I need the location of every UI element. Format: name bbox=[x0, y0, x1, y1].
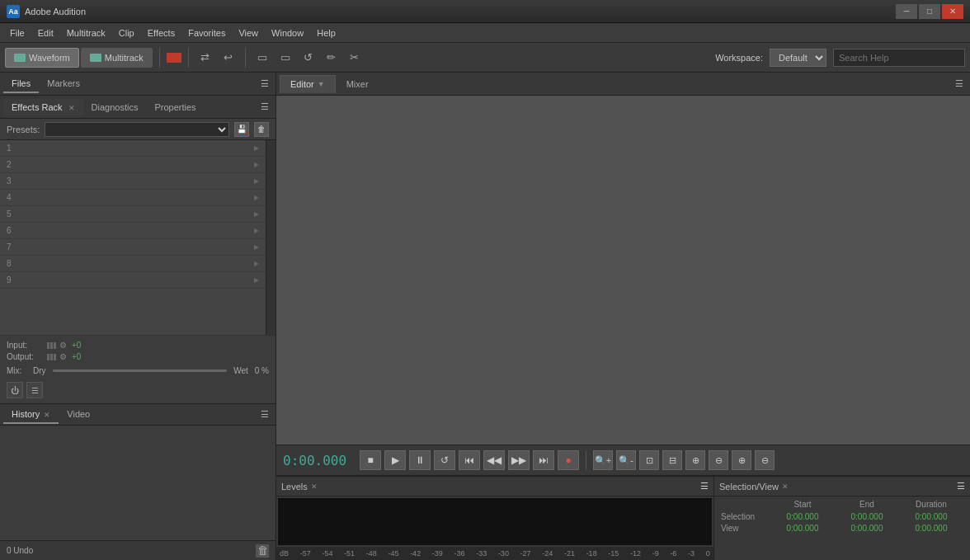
input-settings-icon[interactable]: ⚙ bbox=[59, 341, 67, 350]
history-content bbox=[0, 426, 275, 540]
toolbar-sep-2 bbox=[188, 48, 189, 68]
selection-close[interactable]: ✕ bbox=[782, 482, 789, 491]
markers-tab[interactable]: Markers bbox=[39, 75, 88, 93]
editor-panel-menu[interactable]: ☰ bbox=[952, 77, 967, 92]
presets-save-btn[interactable]: 💾 bbox=[234, 122, 249, 137]
panel-menu-btn[interactable]: ☰ bbox=[257, 77, 272, 92]
menu-multitrack[interactable]: Multitrack bbox=[60, 26, 112, 40]
presets-select[interactable] bbox=[45, 122, 229, 137]
zoom-in-v-btn[interactable]: ⊕ bbox=[685, 450, 705, 470]
diagnostics-tab[interactable]: Diagnostics bbox=[83, 99, 147, 115]
output-settings-icon[interactable]: ⚙ bbox=[59, 352, 67, 361]
scale--6: -6 bbox=[670, 549, 676, 558]
power-btn[interactable]: ⏻ bbox=[7, 382, 23, 398]
tool-btn-3[interactable]: ▭ bbox=[252, 48, 272, 68]
sel-end-view[interactable]: 0:00.000 bbox=[835, 524, 899, 533]
menu-edit[interactable]: Edit bbox=[31, 26, 60, 40]
zoom-sel-btn[interactable]: ⊟ bbox=[662, 450, 682, 470]
to-end-btn[interactable]: ⏭ bbox=[533, 450, 554, 470]
scale--24: -24 bbox=[542, 549, 553, 558]
undo-count: 0 Undo bbox=[7, 546, 33, 555]
menu-clip[interactable]: Clip bbox=[112, 26, 141, 40]
minimize-button[interactable]: ─ bbox=[896, 4, 917, 19]
scale--18: -18 bbox=[586, 549, 597, 558]
pause-btn[interactable]: ⏸ bbox=[409, 450, 431, 470]
zoom-out-v-btn[interactable]: ⊖ bbox=[709, 450, 728, 470]
menu-effects[interactable]: Effects bbox=[141, 26, 181, 40]
history-tab[interactable]: History ✕ bbox=[3, 406, 59, 424]
sel-start-selection[interactable]: 0:00.000 bbox=[770, 512, 835, 521]
levels-panel: Levels ✕ ☰ dB -57 -54 -51 -48 -45 -42 -3… bbox=[276, 477, 714, 560]
maximize-button[interactable]: □ bbox=[919, 4, 940, 19]
right-panel: Editor ▼ Mixer ☰ 0:00.000 ■ ▶ ⏸ ↺ ⏮ ◀◀ ▶… bbox=[276, 73, 970, 560]
tool-btn-4[interactable]: ▭ bbox=[275, 48, 295, 68]
scale--27: -27 bbox=[520, 549, 531, 558]
zoom-out-btn[interactable]: 🔍- bbox=[616, 450, 636, 470]
effect-row-2: 2 ▶ bbox=[0, 157, 266, 173]
zoom-full-btn[interactable]: ⊡ bbox=[639, 450, 659, 470]
menu-help[interactable]: Help bbox=[310, 26, 342, 40]
multitrack-tab[interactable]: Multitrack bbox=[81, 48, 153, 68]
to-start-btn[interactable]: ⏮ bbox=[459, 450, 480, 470]
effect-row-4: 4 ▶ bbox=[0, 190, 266, 206]
scale--15: -15 bbox=[608, 549, 619, 558]
menu-window[interactable]: Window bbox=[265, 26, 310, 40]
history-panel-menu[interactable]: ☰ bbox=[257, 407, 272, 422]
fast-fwd-btn[interactable]: ▶▶ bbox=[508, 450, 530, 470]
selection-panel: Selection/View ✕ ☰ Start End Duration Se… bbox=[714, 477, 970, 560]
output-bars bbox=[47, 354, 56, 360]
editor-tab[interactable]: Editor ▼ bbox=[280, 75, 336, 93]
rewind-btn[interactable]: ◀◀ bbox=[483, 450, 505, 470]
tool-btn-7[interactable]: ✂ bbox=[345, 48, 365, 68]
effects-rack-tab[interactable]: Effects Rack ✕ bbox=[3, 99, 83, 115]
properties-tab[interactable]: Properties bbox=[146, 99, 204, 115]
files-tab[interactable]: Files bbox=[3, 75, 39, 93]
record-btn[interactable]: ● bbox=[558, 450, 579, 470]
video-tab[interactable]: Video bbox=[59, 406, 98, 424]
sel-view-row: View 0:00.000 0:00.000 0:00.000 bbox=[721, 524, 963, 533]
stop-btn[interactable]: ■ bbox=[360, 450, 381, 470]
mix-track[interactable] bbox=[53, 369, 228, 372]
red-indicator bbox=[167, 53, 181, 63]
transport-bar: 0:00.000 ■ ▶ ⏸ ↺ ⏮ ◀◀ ▶▶ ⏭ ● 🔍+ 🔍- ⊡ ⊟ ⊕… bbox=[276, 445, 970, 476]
mixer-tab[interactable]: Mixer bbox=[336, 75, 379, 93]
zoom-out-h-btn[interactable]: ⊖ bbox=[755, 450, 775, 470]
search-help-input[interactable] bbox=[833, 49, 965, 67]
effects-rack-close[interactable]: ✕ bbox=[68, 104, 75, 112]
loop-btn[interactable]: ↺ bbox=[434, 450, 455, 470]
zoom-in-btn[interactable]: 🔍+ bbox=[593, 450, 613, 470]
workspace-select[interactable]: Default bbox=[770, 49, 826, 67]
scale-0: 0 bbox=[706, 549, 710, 558]
history-clear-btn[interactable]: 🗑 bbox=[256, 544, 269, 558]
effects-list: 1 ▶ 2 ▶ 3 ▶ 4 ▶ bbox=[0, 140, 266, 335]
levels-header: Levels ✕ ☰ bbox=[276, 477, 713, 496]
presets-delete-btn[interactable]: 🗑 bbox=[254, 122, 269, 137]
sel-end-selection[interactable]: 0:00.000 bbox=[835, 512, 899, 521]
mix-wet-label: Wet bbox=[233, 366, 248, 375]
zoom-in-h-btn[interactable]: ⊕ bbox=[732, 450, 751, 470]
view-mode-group: Waveform Multitrack bbox=[5, 48, 153, 68]
effects-panel-menu[interactable]: ☰ bbox=[257, 100, 272, 115]
menu-file[interactable]: File bbox=[3, 26, 31, 40]
sel-start-view[interactable]: 0:00.000 bbox=[770, 524, 835, 533]
sel-duration-selection[interactable]: 0:00.000 bbox=[899, 512, 963, 521]
mix-dry-label: Dry bbox=[33, 366, 46, 375]
sel-duration-view[interactable]: 0:00.000 bbox=[899, 524, 963, 533]
levels-menu-btn[interactable]: ☰ bbox=[700, 481, 709, 492]
tool-btn-5[interactable]: ↺ bbox=[299, 48, 318, 68]
effects-scrollbar[interactable] bbox=[266, 140, 275, 335]
window-controls: ─ □ ✕ bbox=[896, 4, 963, 19]
close-button[interactable]: ✕ bbox=[942, 4, 963, 19]
selection-menu-btn[interactable]: ☰ bbox=[957, 481, 965, 492]
play-btn[interactable]: ▶ bbox=[384, 450, 406, 470]
menu-view[interactable]: View bbox=[232, 26, 265, 40]
history-close[interactable]: ✕ bbox=[44, 411, 50, 419]
editor-tabs-bar: Editor ▼ Mixer ☰ bbox=[276, 73, 970, 96]
levels-close[interactable]: ✕ bbox=[311, 482, 318, 491]
tool-btn-6[interactable]: ✏ bbox=[322, 48, 341, 68]
tool-btn-1[interactable]: ⇄ bbox=[195, 48, 215, 68]
menu-favorites[interactable]: Favorites bbox=[181, 26, 232, 40]
list-btn[interactable]: ☰ bbox=[26, 382, 43, 398]
tool-btn-2[interactable]: ↩ bbox=[219, 48, 238, 68]
waveform-tab[interactable]: Waveform bbox=[5, 48, 79, 68]
